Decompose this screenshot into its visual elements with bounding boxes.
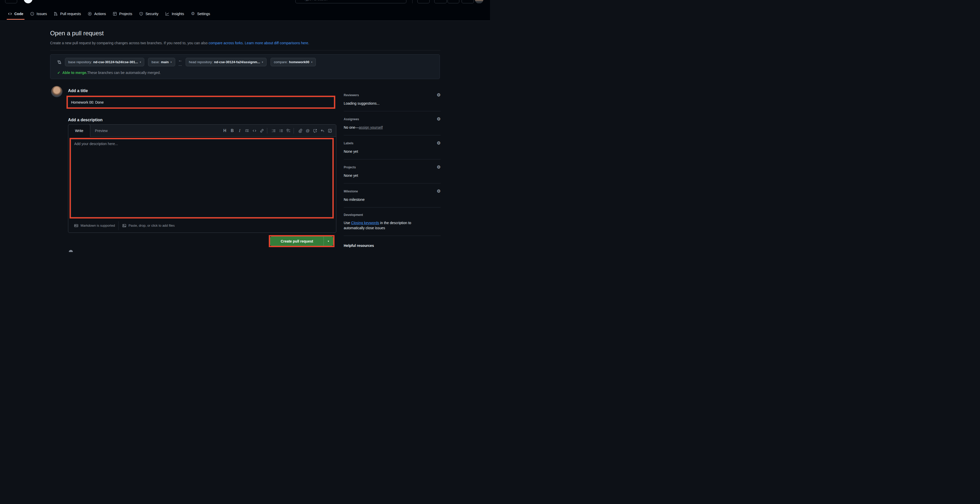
tab-actions[interactable]: Actions	[85, 9, 109, 19]
projects-content: None yet	[344, 173, 441, 178]
gear-icon[interactable]: ⚙	[437, 93, 441, 97]
ordered-list-icon[interactable]: 12	[270, 128, 277, 134]
graph-icon	[165, 12, 169, 16]
code-icon[interactable]	[251, 128, 258, 134]
page-subtitle: Create a new pull request by comparing c…	[50, 41, 309, 45]
chevron-down-icon: ▾	[262, 61, 263, 64]
code-icon	[8, 12, 12, 16]
reply-icon[interactable]	[320, 128, 326, 134]
milestone-section: Milestone⚙ No milestone	[344, 183, 441, 207]
kebab-icon: …	[178, 63, 182, 66]
repo-tab-nav: Code Issues Pull requests Actions Projec…	[0, 3, 490, 21]
cross-reference-icon[interactable]	[312, 128, 318, 134]
quote-icon[interactable]	[244, 128, 250, 134]
mention-icon[interactable]: @	[305, 128, 311, 134]
description-textarea[interactable]	[71, 139, 332, 217]
tab-preview[interactable]: Preview	[95, 124, 108, 137]
merge-status-strong: Able to merge.	[62, 70, 87, 75]
closing-keywords-link[interactable]: Closing keywords	[351, 221, 379, 225]
unordered-list-icon[interactable]	[278, 128, 284, 134]
italic-icon[interactable]: I	[237, 128, 243, 134]
copilot-button[interactable]	[417, 0, 430, 3]
shield-icon	[139, 12, 143, 16]
assignees-section: Assignees⚙ No one—assign yourself	[344, 111, 441, 136]
assignees-title: Assignees	[344, 117, 359, 121]
create-annotation-box: Create pull request ▾	[269, 235, 334, 247]
assign-yourself-link[interactable]: assign yourself	[359, 125, 383, 129]
assignees-content: No one—	[344, 125, 359, 129]
gear-icon[interactable]: ⚙	[437, 189, 441, 193]
dropdown-value: nd-cse-30124-fa24/assignm...	[214, 60, 260, 64]
reviewers-content: Loading suggestions...	[344, 101, 441, 106]
projects-section: Projects⚙ None yet	[344, 159, 441, 183]
create-pull-request-label: Create pull request	[270, 237, 323, 246]
user-avatar[interactable]	[475, 0, 484, 3]
attach-file-icon[interactable]	[297, 128, 303, 134]
search-input[interactable]: Type / to search	[295, 0, 406, 3]
app-header: Type / to search	[0, 0, 490, 3]
tab-projects[interactable]: Projects	[110, 9, 135, 19]
tab-label: Security	[146, 12, 159, 16]
hamburger-menu-button[interactable]	[5, 0, 17, 3]
chevron-down-icon: ▾	[311, 61, 312, 64]
base-branch-dropdown[interactable]: base:main▾	[148, 58, 175, 66]
github-logo-icon[interactable]	[24, 0, 32, 3]
dropdown-label: base repository:	[68, 60, 92, 64]
markdown-supported[interactable]: Markdown is supported	[70, 221, 118, 230]
compare-direction: ←…	[178, 58, 183, 66]
page-title: Open a pull request	[50, 30, 103, 37]
paste-note: Paste, drop, or click to add files	[128, 223, 175, 227]
add-description-heading: Add a description	[68, 118, 103, 122]
tab-label: Issues	[37, 12, 47, 16]
dropdown-value: homework00	[289, 60, 309, 64]
slash-command-icon[interactable]	[327, 128, 333, 134]
bold-icon[interactable]: B	[229, 128, 235, 134]
git-compare-icon	[57, 60, 62, 64]
development-title: Development	[344, 213, 363, 217]
head-repository-dropdown[interactable]: head repository:nd-cse-30124-fa24/assign…	[186, 58, 266, 66]
markdown-note: Markdown is supported	[81, 223, 115, 227]
tasklist-icon[interactable]	[285, 128, 291, 134]
gear-icon[interactable]: ⚙	[437, 165, 441, 169]
create-pull-request-button[interactable]: Create pull request ▾	[270, 236, 333, 246]
add-title-heading: Add a title	[68, 89, 88, 93]
development-section: Development Use Closing keywords in the …	[344, 207, 441, 236]
issues-header-button[interactable]	[447, 0, 459, 3]
play-circle-icon	[88, 12, 92, 16]
chevron-down-icon: ▾	[328, 240, 329, 242]
dropdown-label: base:	[151, 60, 159, 64]
dropdown-value: main	[161, 60, 169, 64]
tab-code[interactable]: Code	[5, 9, 26, 19]
milestone-title: Milestone	[344, 190, 358, 193]
create-new-button[interactable]	[434, 0, 447, 3]
gear-icon: ⚙	[191, 11, 195, 16]
tab-issues[interactable]: Issues	[27, 9, 49, 19]
create-options-dropdown[interactable]: ▾	[324, 237, 333, 246]
tab-write[interactable]: Write	[68, 124, 90, 137]
reviewers-section: Reviewers⚙ Loading suggestions...	[344, 93, 441, 111]
gear-icon[interactable]: ⚙	[437, 117, 441, 121]
pull-requests-header-button[interactable]	[461, 0, 474, 3]
labels-title: Labels	[344, 142, 353, 145]
compare-across-forks-link[interactable]: compare across forks	[208, 41, 243, 45]
tab-insights[interactable]: Insights	[162, 9, 187, 19]
development-text: Use	[344, 221, 351, 225]
tab-pull-requests[interactable]: Pull requests	[51, 9, 84, 19]
helpful-resources-section: Helpful resources	[344, 236, 441, 252]
markdown-toolbar: H B I 12 @	[220, 124, 333, 137]
gear-icon[interactable]: ⚙	[437, 141, 441, 145]
reviewers-title: Reviewers	[344, 93, 359, 97]
tab-security[interactable]: Security	[136, 9, 161, 19]
dropdown-value: nd-cse-30124-fa24/cse-301...	[93, 60, 138, 64]
search-placeholder: Type / to search	[304, 0, 328, 1]
heading-icon[interactable]: H	[222, 128, 228, 134]
diff-comparisons-link[interactable]: Learn more about diff comparisons here	[245, 41, 308, 45]
dropdown-label: head repository:	[189, 60, 213, 64]
tab-settings[interactable]: ⚙ Settings	[188, 9, 213, 19]
arrow-left-icon: ←	[178, 58, 183, 62]
link-icon[interactable]	[259, 128, 265, 134]
base-repository-dropdown[interactable]: base repository:nd-cse-30124-fa24/cse-30…	[65, 58, 144, 66]
title-input[interactable]	[68, 97, 334, 107]
paste-drop-upload[interactable]: Paste, drop, or click to add files	[119, 221, 178, 230]
compare-branch-dropdown[interactable]: compare:homework00▾	[270, 58, 316, 66]
